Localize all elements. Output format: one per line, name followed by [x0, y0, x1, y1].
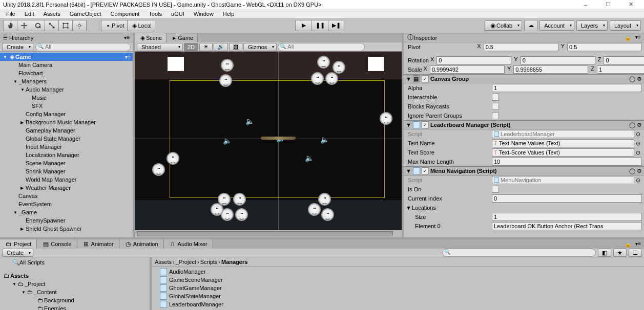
light-toggle[interactable]: ☀ — [199, 43, 213, 51]
project-create-dropdown[interactable]: Create — [2, 249, 33, 257]
hierarchy-item[interactable]: EventSystem — [0, 200, 133, 208]
hierarchy-item[interactable]: ▼Audio Manager — [0, 85, 133, 94]
alpha-field[interactable] — [492, 84, 642, 92]
rot-z[interactable] — [604, 56, 644, 64]
fx-toggle[interactable]: 🖼 — [229, 43, 242, 51]
blocks-checkbox[interactable] — [492, 103, 499, 110]
cloud-button[interactable]: ☁ — [524, 20, 537, 31]
hierarchy-item[interactable]: Shrink Manager — [0, 167, 133, 175]
menu-ugui[interactable]: uGUI — [167, 10, 189, 17]
tab-console[interactable]: ▤Console — [37, 239, 77, 249]
menunav-header[interactable]: ▼✓Menu Navigation (Script)◯⚙ — [404, 166, 644, 175]
hierarchy-item[interactable]: Music — [0, 94, 133, 102]
scene-root[interactable]: ▼◈Game▾≡ — [0, 53, 133, 61]
hierarchy-item[interactable]: ▶Background Music Manager — [0, 118, 133, 126]
project-file[interactable]: LeaderboardManager — [152, 300, 644, 308]
menu-file[interactable]: File — [2, 10, 19, 17]
breadcrumb-item[interactable]: _Project — [176, 259, 196, 265]
breadcrumb-item[interactable]: Assets — [155, 259, 172, 265]
gizmos-dropdown[interactable]: Gizmos — [243, 43, 277, 51]
scale-z[interactable] — [597, 65, 644, 74]
menu-component[interactable]: Component — [106, 10, 143, 17]
minimize-button[interactable]: – — [575, 1, 596, 9]
assets-header[interactable]: 🗀Assets — [0, 272, 150, 280]
project-file[interactable]: AudioManager — [152, 268, 644, 276]
scene-search[interactable]: All — [278, 43, 365, 51]
breadcrumb-item[interactable]: Managers — [221, 259, 247, 265]
tab-scene[interactable]: ◈Scene — [135, 33, 167, 42]
hierarchy-item[interactable]: Main Camera — [0, 61, 133, 69]
gear-icon[interactable]: ⚙ — [637, 76, 642, 82]
project-file[interactable]: GhostGameManager — [152, 284, 644, 292]
locations-label[interactable]: Locations — [412, 205, 436, 211]
transform-tool[interactable] — [72, 20, 87, 31]
scene-scrollbar[interactable] — [137, 231, 393, 236]
project-tree-item[interactable]: ▼🗀_Project — [0, 280, 150, 288]
lock-icon[interactable]: 🔒 — [625, 241, 632, 248]
ignore-checkbox[interactable] — [492, 112, 499, 119]
pause-button[interactable]: ❚❚ — [311, 20, 328, 31]
pivot-y[interactable] — [567, 43, 642, 51]
project-file[interactable]: GlobalStateManager — [152, 292, 644, 300]
tab-audiomixer[interactable]: ⎍Audio Mixer — [164, 239, 213, 249]
all-scripts-row[interactable]: 🔍All Scripts — [0, 258, 150, 267]
step-button[interactable]: ▶❚ — [328, 20, 344, 31]
leaderboard-header[interactable]: ▼✓Leaderboard Manager (Script)◯⚙ — [404, 120, 644, 129]
size-field[interactable] — [492, 213, 642, 221]
scale-x[interactable] — [430, 65, 505, 74]
breadcrumb-item[interactable]: Scripts — [200, 259, 218, 265]
pivot-toggle[interactable]: ▪Pivot — [101, 20, 127, 31]
rotate-tool[interactable] — [31, 20, 45, 31]
el0-field[interactable]: Leaderboard OK Button Anchor (Rect Trans — [492, 222, 642, 230]
rot-x[interactable] — [437, 56, 511, 64]
menu-help[interactable]: Help — [219, 10, 239, 17]
hand-tool[interactable] — [3, 20, 17, 31]
hierarchy-item[interactable]: Canvas — [0, 192, 133, 200]
hierarchy-item[interactable]: World Map Manager — [0, 175, 133, 184]
hierarchy-item[interactable]: SFX — [0, 102, 133, 110]
audio-toggle[interactable]: 🔊 — [214, 43, 228, 51]
project-menu-icon[interactable]: ▾≡ — [635, 241, 641, 248]
hierarchy-item[interactable]: EnemySpawner — [0, 216, 133, 225]
gear-icon[interactable]: ⚙ — [637, 168, 642, 174]
hierarchy-item[interactable]: Scene Manager — [0, 159, 133, 167]
canvas-group-header[interactable]: ▼▦✓Canvas Group◯⚙ — [404, 74, 644, 83]
hierarchy-item[interactable]: Global State Manager — [0, 135, 133, 143]
textscore-field[interactable]: T Text-Score Values (Text) — [492, 148, 634, 157]
2d-toggle[interactable]: 2D — [184, 43, 198, 51]
gear-icon[interactable]: ⚙ — [637, 122, 642, 128]
hierarchy-search[interactable]: All — [35, 43, 131, 51]
hierarchy-item[interactable]: Flowchart — [0, 69, 133, 77]
menu-window[interactable]: Window — [190, 10, 218, 17]
project-file[interactable]: GameSceneManager — [152, 276, 644, 284]
layers-dropdown[interactable]: Layers — [576, 20, 608, 31]
help-icon[interactable]: ◯ — [629, 168, 635, 174]
tab-animation[interactable]: ◷Animation — [119, 239, 164, 249]
hierarchy-item[interactable]: Localization Manager — [0, 151, 133, 159]
menu-assets[interactable]: Assets — [39, 10, 65, 17]
close-button[interactable]: ✕ — [620, 1, 641, 9]
collab-dropdown[interactable]: ◉Collab — [485, 20, 522, 31]
hierarchy-item[interactable]: Config Manager — [0, 110, 133, 118]
rect-tool[interactable] — [58, 20, 72, 31]
rot-y[interactable] — [521, 56, 595, 64]
lock-icon[interactable]: 🔒 — [625, 34, 632, 41]
hierarchy-create-dropdown[interactable]: Create — [2, 43, 33, 51]
layout-dropdown[interactable]: Layout — [610, 20, 641, 31]
account-dropdown[interactable]: Account — [539, 20, 574, 31]
hierarchy-item[interactable]: Gameplay Manager — [0, 126, 133, 135]
pivot-x[interactable] — [484, 43, 558, 51]
hierarchy-item[interactable]: ▶Weather Manager — [0, 184, 133, 192]
scene-menu-icon[interactable]: ▾≡ — [125, 54, 133, 60]
textname-field[interactable]: T Text-Name Values (Text) — [492, 139, 634, 147]
maximize-button[interactable]: ☐ — [598, 1, 618, 9]
project-tree-item[interactable]: 🗀Background — [0, 296, 150, 304]
menu-tools[interactable]: Tools — [144, 10, 166, 17]
save-search-button[interactable]: ☰ — [629, 249, 642, 257]
interactable-checkbox[interactable] — [492, 94, 499, 101]
menu-edit[interactable]: Edit — [20, 10, 38, 17]
shaded-dropdown[interactable]: Shaded — [137, 43, 183, 51]
help-icon[interactable]: ◯ — [629, 76, 635, 82]
move-tool[interactable] — [17, 20, 31, 31]
ison-checkbox[interactable] — [492, 186, 499, 193]
